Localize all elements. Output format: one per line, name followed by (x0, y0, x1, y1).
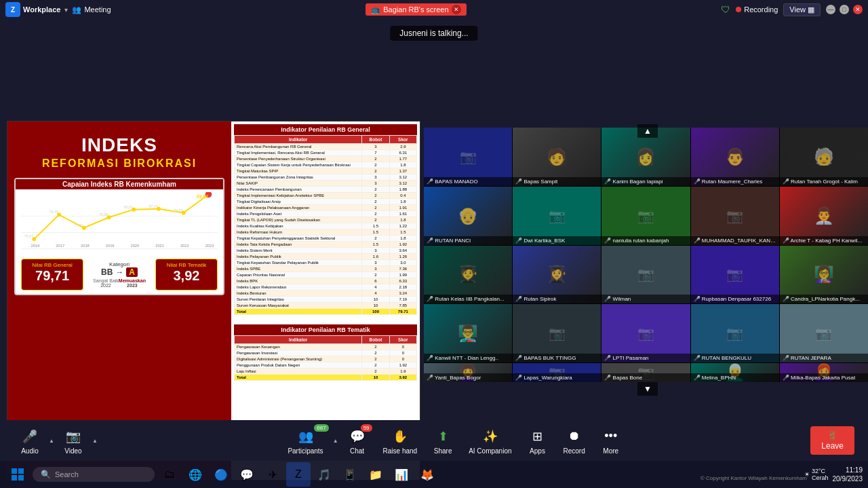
participant-content: 📷 🎤 MUHAMMAD_TAUFIK_KANI... (691, 187, 779, 245)
table-row: Indeks Pelayanan Publik 1.6 1.26 (235, 254, 417, 260)
participant-tile[interactable]: 📷 🎤 LPTI Pasaman (601, 304, 690, 362)
taskbar-app-excel[interactable]: 📊 (389, 462, 414, 487)
taskbar-right: ☀ 32°C Cerah 11:19 20/9/2023 (804, 466, 863, 483)
participant-name: 🎤 Wilman (601, 295, 690, 303)
audio-chevron[interactable]: ▲ (49, 438, 54, 444)
audio-button[interactable]: 🎤 Audio (14, 424, 46, 457)
participant-tile[interactable]: 📷 🎤 naniulia rutan kabanjah (601, 187, 690, 245)
row-skor: 3.24 (389, 290, 416, 297)
participant-content: 📷 🎤 Dwi Kartika_BSK (513, 187, 601, 245)
participant-tile[interactable]: 🧑 🎤 Bapas Sampit (513, 128, 601, 186)
start-button[interactable] (5, 462, 30, 487)
camera-off-icon: 📷 (637, 266, 654, 282)
participant-tile[interactable]: 📷 🎤 RUTAN JEPARA (780, 304, 868, 362)
taskbar-app-edge[interactable]: 🔵 (209, 462, 233, 487)
table-row: Tingkat Kepatuhan Penyelenggaraan Statis… (235, 236, 417, 242)
table-row: Indeks Sistem Merit 3 3.64 (235, 248, 417, 254)
row-name: Indeks Tata Kelola Pengadaan (235, 242, 362, 248)
participant-name: 🎤 Yanti_Bapas Bogor (424, 373, 512, 382)
participant-tile[interactable]: 👨 🎤 Rutan Maumere_Charles (691, 128, 779, 186)
view-button[interactable]: View ▦ (783, 3, 821, 16)
bottom-stats: Nilai RB General 79,71 Kategori BB → A (21, 259, 218, 290)
participant-tile[interactable]: 📷 🎤 Wilman (601, 246, 690, 304)
taskbar-app-chrome[interactable]: 🌐 (183, 462, 208, 487)
participant-tile[interactable]: 👨‍💼 🎤 Archie T - Kabag PH Kanwil... (780, 187, 868, 245)
participants-chevron[interactable]: ▲ (333, 438, 338, 444)
minimize-button[interactable]: — (826, 5, 835, 14)
taskbar-app-browser2[interactable]: 🦊 (415, 462, 439, 487)
taskbar-app-discord[interactable]: 💬 (235, 462, 259, 487)
participant-name: 🎤 RUTAN PANCI (424, 236, 512, 245)
taskbar-app-spotify[interactable]: 🎵 (312, 462, 336, 487)
participant-tile[interactable]: 🧓 🎤 Rutan Tanah Grogot - Kalim (780, 128, 868, 186)
camera-off-icon: 📷 (726, 325, 743, 341)
video-chevron[interactable]: ▲ (92, 438, 98, 444)
leave-button[interactable]: 🚪 Leave (810, 426, 854, 455)
row-skor: 1.61 (389, 211, 416, 217)
participant-tile[interactable]: 👩‍🦱 🎤 Yanti_Bapas Bogor (424, 363, 512, 382)
participant-tile[interactable]: 📷 🎤 BAPAS BUK TTINGG (513, 304, 601, 362)
row-name: Tingkat Digitalisasi Arsip (235, 199, 362, 205)
row-bobot: 2 (362, 156, 389, 162)
screen-share-close-btn[interactable]: ✕ (452, 5, 461, 14)
taskbar-app-zoom[interactable]: Z (286, 462, 311, 487)
participant-tile[interactable]: 👩‍🏫 🎤 Candra_LPNarkotia Pangk... (780, 246, 868, 304)
more-button[interactable]: ••• More (595, 424, 627, 457)
table-row: Indeks SPBE 3 7.36 (235, 266, 417, 272)
record-button[interactable]: ⏺ Record (557, 424, 592, 457)
table-row: Indeks Kualitas Kebijakan 1.5 1.22 (235, 223, 417, 229)
svg-text:2018: 2018 (81, 244, 90, 248)
taskbar-app-explorer[interactable]: 🗂 (157, 462, 182, 487)
speaking-text: Jusneni is talking... (399, 29, 468, 38)
participant-tile[interactable]: 📷 🎤 Bapas Bone (601, 363, 690, 382)
table-row: Capaian Prioritas Nasional 2 1.99 (235, 272, 417, 278)
raise-hand-label: Raise hand (383, 447, 418, 455)
row-skor: 2.9 (389, 144, 416, 150)
participant-tile[interactable]: 👴 🎤 RUTAN PANCI (424, 187, 512, 245)
row-skor: 1.92 (389, 362, 416, 369)
chat-button[interactable]: 💬 Chat 59 (341, 424, 374, 457)
participants-button[interactable]: 👥 Participants 687 (281, 424, 330, 457)
taskbar-app-whatsapp[interactable]: 📱 (338, 462, 362, 487)
participant-tile[interactable]: 👨‍🏫 🎤 Kanwil NTT - Dian Lengg.. (424, 304, 512, 362)
row-skor: 3.12 (389, 174, 416, 181)
participant-tile[interactable]: 🧑‍🎓 🎤 Rutan Kelas IIB Pangkalan... (424, 246, 512, 304)
participant-tile[interactable]: 📷 🎤 BAPAS MANADO (424, 128, 512, 186)
taskbar-app-telegram[interactable]: ✈ (260, 462, 285, 487)
ai-companion-button[interactable]: ✨ AI Companion (462, 424, 518, 457)
row-name: Tingkat Implementasi, Rencana Aksi RB Ge… (235, 150, 362, 156)
participant-name: 🎤 Rutan Maumere_Charles (691, 177, 779, 186)
row-bobot: 1.5 (362, 229, 389, 236)
taskbar-search[interactable]: 🔍 Search (33, 467, 155, 482)
share-button[interactable]: ⬆ Share (427, 424, 459, 457)
row-bobot: 1.5 (362, 223, 389, 229)
participant-tile[interactable]: 📷 🎤 Lapas_Warungkiara (513, 363, 601, 382)
close-button[interactable]: ✕ (853, 5, 863, 14)
participant-tile[interactable]: 👨‍🦳 🎤 Melina_BPHN (691, 363, 779, 382)
toolbar-right-group: 🚪 Leave (810, 426, 854, 455)
participant-tile[interactable]: 📷 🎤 RUTAN BENGKULU (691, 304, 779, 362)
row-skor: 7.85 (389, 303, 416, 309)
weather-desc: Cerah (812, 474, 829, 481)
apps-button[interactable]: ⊞ Apps (521, 424, 554, 457)
row-skor: 1.8 (389, 217, 416, 223)
maximize-button[interactable]: □ (840, 5, 849, 14)
scroll-up-arrow[interactable]: ▲ (637, 124, 658, 138)
participant-tile[interactable]: 👩‍🎓 🎤 Rutan Sipirok (513, 246, 601, 304)
svg-text:2016: 2016 (31, 244, 40, 248)
raise-hand-button[interactable]: ✋ Raise hand (376, 424, 425, 457)
participant-tile[interactable]: 📷 🎤 MUHAMMAD_TAUFIK_KANI... (691, 187, 779, 245)
participant-tile[interactable]: 📷 🎤 Dwi Kartika_BSK (513, 187, 601, 245)
participant-tile[interactable]: 📷 🎤 Rupbasan Denpasar 632726 (691, 246, 779, 304)
zoom-logo[interactable]: Z Workplace (5, 2, 60, 17)
scroll-down-arrow[interactable]: ▼ (637, 382, 658, 396)
row-skor: 0 (389, 344, 416, 350)
table-row: Pengawasan Investasi 2 0 (235, 350, 417, 356)
participant-tile[interactable]: 👩‍🦰 🎤 Milka-Bapas Jakarta Pusat (780, 363, 868, 382)
chat-badge: 59 (361, 424, 372, 432)
row-skor: 3.0 (389, 260, 416, 266)
zoom-chevron[interactable]: ▾ (64, 6, 68, 14)
row-bobot: 3 (362, 181, 389, 187)
video-button[interactable]: 📷 Video (57, 424, 90, 457)
taskbar-app-files[interactable]: 📁 (363, 462, 388, 487)
